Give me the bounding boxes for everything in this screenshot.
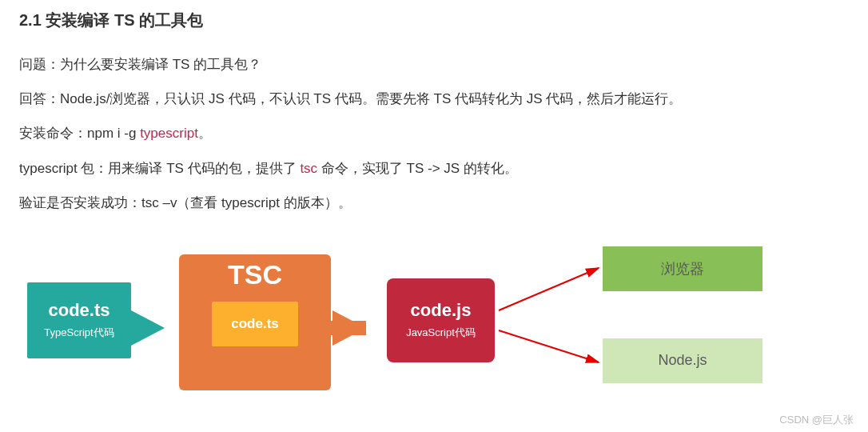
paragraph-verify: 验证是否安装成功：tsc –v（查看 typescript 的版本）。	[19, 192, 849, 214]
text: 安装命令：npm i -g	[19, 126, 140, 141]
svg-line-1	[499, 330, 599, 362]
svg-line-0	[499, 268, 599, 310]
paragraph-answer: 回答：Node.js/浏览器，只认识 JS 代码，不认识 TS 代码。需要先将 …	[19, 88, 849, 110]
js-output-box: code.js JavaScript代码	[387, 278, 495, 362]
paragraph-question: 问题：为什么要安装编译 TS 的工具包？	[19, 54, 849, 75]
flow-diagram: code.ts TypeScript代码 TSC code.ts code.js…	[19, 242, 849, 402]
paragraph-install: 安装命令：npm i -g typescript。	[19, 122, 849, 144]
watermark: CSDN @巨人张	[779, 413, 854, 427]
highlight-tsc: tsc	[300, 161, 317, 176]
arrow-ts-to-tsc	[131, 310, 165, 346]
text: 命令，实现了 TS -> JS 的转化。	[317, 161, 518, 176]
js-filename: code.js	[411, 300, 472, 321]
text: typescript 包：用来编译 TS 代码的包，提供了	[19, 161, 300, 176]
highlight-typescript: typescript	[140, 126, 198, 141]
tsc-title: TSC	[228, 259, 282, 290]
section-heading: 2.1 安装编译 TS 的工具包	[19, 10, 849, 31]
target-node-box: Node.js	[603, 338, 762, 383]
target-browser-box: 浏览器	[603, 246, 762, 291]
tsc-inner-file: code.ts	[212, 302, 298, 346]
paragraph-package: typescript 包：用来编译 TS 代码的包，提供了 tsc 命令，实现了…	[19, 158, 849, 179]
arrow-tsc-to-js	[332, 310, 366, 346]
text: 。	[198, 126, 212, 141]
js-subtitle: JavaScript代码	[406, 326, 476, 340]
tsc-compiler-box: TSC code.ts	[179, 254, 331, 390]
ts-filename: code.ts	[48, 300, 109, 321]
ts-subtitle: TypeScript代码	[44, 326, 113, 340]
ts-source-box: code.ts TypeScript代码	[27, 282, 131, 358]
